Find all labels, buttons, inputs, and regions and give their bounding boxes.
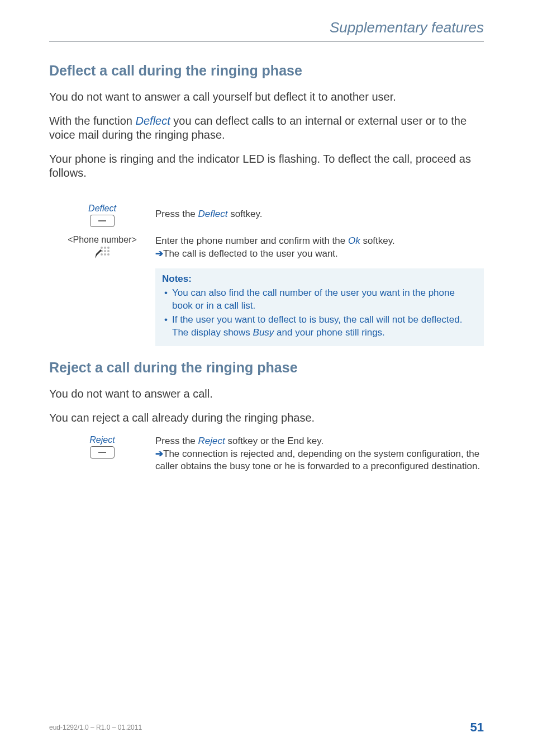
text: softkey. — [360, 235, 395, 246]
step-reject: Reject Press the Reject softkey or the E… — [49, 435, 484, 474]
text: The call is deflected to the user you wa… — [163, 248, 338, 259]
section1-para1: You do not want to answer a call yoursel… — [49, 90, 484, 104]
text: The connection is rejected and, dependin… — [155, 448, 480, 472]
section2-para2: You can reject a call already during the… — [49, 411, 484, 425]
step-deflect: Deflect Press the Deflect softkey. — [49, 204, 484, 227]
svg-point-7 — [104, 253, 106, 256]
inline-term-deflect: Deflect — [136, 115, 170, 127]
svg-point-1 — [104, 247, 106, 249]
step-right: Press the Reject softkey or the End key.… — [155, 435, 484, 474]
section2-para1: You do not want to answer a call. — [49, 387, 484, 401]
svg-point-5 — [107, 250, 110, 252]
inline-term-ok: Ok — [348, 235, 360, 246]
svg-point-8 — [107, 253, 110, 256]
step-caption: <Phone number> — [49, 235, 155, 245]
arrow-icon: ➔ — [155, 248, 163, 259]
page-content: Deflect a call during the ringing phase … — [49, 63, 484, 481]
keypad-pen-icon — [94, 246, 111, 259]
inline-term-reject: Reject — [198, 436, 225, 446]
arrow-icon: ➔ — [155, 448, 163, 459]
step-phone-number: <Phone number> Enter the phone number an… — [49, 235, 484, 261]
notes-list: You can also find the call number of the… — [162, 287, 477, 339]
notes-box: Notes: You can also find the call number… — [155, 268, 484, 346]
text: Press the — [155, 436, 198, 446]
chapter-title: Supplementary features — [330, 19, 484, 36]
footer-page-number: 51 — [470, 720, 484, 735]
notes-title: Notes: — [162, 273, 477, 286]
note-item: If the user you want to deflect to is bu… — [162, 314, 477, 339]
step-left: <Phone number> — [49, 235, 155, 259]
text: Press the — [155, 209, 198, 219]
section1-heading: Deflect a call during the ringing phase — [49, 63, 484, 79]
footer-doc-id: eud-1292/1.0 – R1.0 – 01.2011 — [49, 724, 142, 731]
text: softkey or the End key. — [225, 436, 323, 446]
text: With the function — [49, 115, 136, 127]
text: and your phone still rings. — [274, 327, 384, 338]
text: softkey. — [227, 209, 262, 219]
header-divider — [49, 41, 484, 42]
text: Enter the phone number and confirm with … — [155, 235, 348, 246]
step-caption: Deflect — [49, 204, 155, 214]
step-right: Press the Deflect softkey. — [155, 204, 484, 221]
section1-para3: Your phone is ringing and the indicator … — [49, 152, 484, 180]
svg-point-2 — [107, 247, 110, 249]
step-caption: Reject — [49, 435, 155, 445]
note-item: You can also find the call number of the… — [162, 287, 477, 313]
step-left: Reject — [49, 435, 155, 459]
svg-point-0 — [101, 247, 103, 249]
step-left: Deflect — [49, 204, 155, 227]
section1-para2: With the function Deflect you can deflec… — [49, 114, 484, 142]
inline-term-deflect: Deflect — [198, 209, 228, 219]
step-right: Enter the phone number and confirm with … — [155, 235, 484, 261]
section2-heading: Reject a call during the ringing phase — [49, 360, 484, 376]
softkey-icon — [90, 215, 115, 227]
inline-term-busy: Busy — [253, 327, 274, 338]
svg-point-6 — [101, 253, 103, 256]
svg-point-4 — [104, 250, 106, 252]
softkey-icon — [90, 446, 115, 459]
